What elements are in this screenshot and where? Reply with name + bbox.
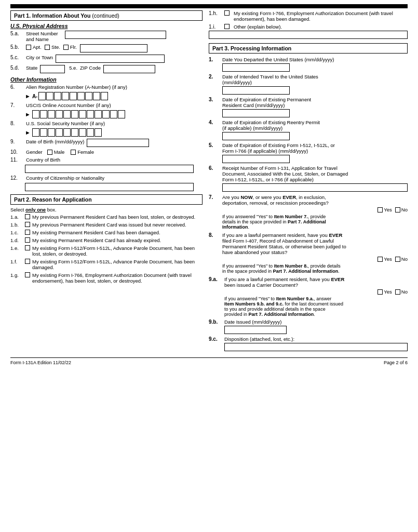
uscis-box-4[interactable] bbox=[56, 110, 63, 118]
female-checkbox[interactable] bbox=[71, 150, 76, 155]
alien-boxes bbox=[38, 92, 108, 100]
alien-box-5[interactable] bbox=[70, 92, 77, 100]
label-8: U.S. Social Security Number (if any) bbox=[26, 121, 201, 126]
reason-1g: 1.g. My existing Form I-766, Employment … bbox=[10, 272, 203, 284]
ssn-box-7[interactable] bbox=[79, 128, 86, 137]
ste-label: Ste. bbox=[51, 44, 60, 50]
yes-label-8: Yes bbox=[377, 256, 392, 262]
uscis-box-6[interactable] bbox=[71, 110, 78, 118]
no-label-7: No bbox=[395, 207, 408, 212]
page: Part 1. Information About You (continued… bbox=[0, 0, 418, 532]
input-part3-3[interactable] bbox=[222, 109, 290, 117]
uscis-box-1[interactable] bbox=[32, 110, 39, 118]
part3-header: Part 3. Processing Information bbox=[209, 43, 408, 54]
reason-1e-checkbox[interactable] bbox=[25, 245, 30, 250]
ssn-box-2[interactable] bbox=[40, 128, 47, 137]
input-5b[interactable] bbox=[80, 44, 147, 52]
part3-title: Part 3. Processing Information bbox=[212, 45, 291, 51]
part3-item-5: 5. Date of Expiration of Existing Form I… bbox=[209, 142, 408, 163]
reason-1b-checkbox[interactable] bbox=[25, 222, 30, 227]
yesno-8: Yes No bbox=[222, 256, 408, 262]
yes-checkbox-7[interactable] bbox=[377, 207, 383, 212]
part3-item-4-text: Date of Expiration of Existing Reentry P… bbox=[222, 119, 408, 131]
input-11[interactable] bbox=[25, 165, 194, 173]
alien-box-4[interactable] bbox=[62, 92, 69, 100]
ssn-box-6[interactable] bbox=[71, 128, 78, 137]
input-1i[interactable] bbox=[209, 31, 408, 39]
ste-checkbox[interactable] bbox=[45, 45, 50, 50]
input-12[interactable] bbox=[25, 183, 194, 191]
field-10: 10. Gender Male Female bbox=[10, 149, 203, 155]
ssn-box-1[interactable] bbox=[32, 128, 39, 137]
part3-item-7: 7. Are you NOW, or were you EVER, in exc… bbox=[209, 194, 408, 230]
input-9[interactable] bbox=[87, 139, 149, 147]
part3-item-3: 3. Date of Expiration of Existing Perman… bbox=[209, 97, 408, 117]
input-5d[interactable] bbox=[40, 65, 65, 73]
ssn-box-9[interactable] bbox=[95, 128, 102, 137]
part3-item-9c: 9.c. Disposition (attached, lost, etc.): bbox=[209, 336, 408, 351]
no-checkbox-9a[interactable] bbox=[395, 289, 400, 295]
male-checkbox[interactable] bbox=[47, 150, 52, 155]
input-5c[interactable] bbox=[56, 55, 165, 63]
uscis-box-8[interactable] bbox=[87, 110, 94, 118]
alien-box-6[interactable] bbox=[77, 92, 85, 100]
input-part3-6[interactable] bbox=[222, 183, 408, 192]
arrow-icon-8: ► bbox=[25, 129, 31, 136]
reason-1c-checkbox[interactable] bbox=[25, 230, 30, 235]
input-part3-4[interactable] bbox=[222, 132, 290, 140]
input-part3-2[interactable] bbox=[222, 86, 290, 95]
ssn-box-3[interactable] bbox=[48, 128, 55, 137]
reason-1d-checkbox[interactable] bbox=[25, 237, 30, 243]
input-5e[interactable] bbox=[103, 65, 155, 73]
label-5e: ZIP Code bbox=[80, 65, 101, 71]
ssn-box-8[interactable] bbox=[87, 128, 94, 137]
reason-1f-text: My existing Form I-512/Form I-512L, Adva… bbox=[32, 259, 203, 270]
alien-box-9[interactable] bbox=[101, 92, 108, 100]
alien-box-2[interactable] bbox=[46, 92, 53, 100]
reason-1a-checkbox[interactable] bbox=[25, 214, 30, 219]
uscis-box-9[interactable] bbox=[95, 110, 102, 118]
alien-box-7[interactable] bbox=[85, 92, 92, 100]
uscis-box-5[interactable] bbox=[63, 110, 71, 118]
part3-item-9b-text: Date Issued (mm/dd/yyyy) bbox=[224, 319, 408, 325]
ssn-box-5[interactable] bbox=[63, 128, 71, 137]
reason-1c-text: My existing Permanent Resident Card has … bbox=[32, 230, 160, 235]
uscis-box-11[interactable] bbox=[110, 110, 117, 118]
field-5b: 5.b. Apt. Ste. Flr. bbox=[10, 44, 203, 52]
input-5a[interactable] bbox=[65, 31, 166, 39]
uscis-box-10[interactable] bbox=[102, 110, 110, 118]
reason-1b-text: My previous Permanent Resident Card was … bbox=[32, 222, 186, 228]
alien-box-3[interactable] bbox=[54, 92, 61, 100]
apt-checkbox[interactable] bbox=[26, 45, 31, 50]
reason-1g-checkbox[interactable] bbox=[25, 272, 30, 277]
alien-box-8[interactable] bbox=[93, 92, 100, 100]
input-part3-9b[interactable] bbox=[224, 326, 287, 334]
label-12: Country of Citizenship or Nationality bbox=[26, 175, 104, 181]
left-column: Part 1. Information About You (continued… bbox=[10, 10, 203, 353]
no-label-9a: No bbox=[395, 289, 408, 295]
part3-item-8-text: If you are a lawful permanent resident, … bbox=[222, 232, 408, 255]
uscis-box-2[interactable] bbox=[40, 110, 47, 118]
field-12: 12. Country of Citizenship or Nationalit… bbox=[10, 175, 203, 181]
no-checkbox-8[interactable] bbox=[395, 257, 400, 262]
field-5a: 5.a. Street Numberand Name bbox=[10, 31, 203, 42]
reason-1f-checkbox[interactable] bbox=[25, 259, 30, 264]
flr-checkbox[interactable] bbox=[63, 45, 69, 50]
uscis-box-3[interactable] bbox=[48, 110, 55, 118]
uscis-box-7[interactable] bbox=[79, 110, 86, 118]
input-part3-1[interactable] bbox=[222, 63, 290, 72]
input-part3-9c[interactable] bbox=[224, 343, 408, 351]
ssn-box-4[interactable] bbox=[56, 128, 63, 137]
reason-1h-checkbox[interactable] bbox=[224, 10, 230, 16]
part3-item-4: 4. Date of Expiration of Existing Reentr… bbox=[209, 119, 408, 140]
uscis-box-12[interactable] bbox=[118, 110, 125, 118]
yes-checkbox-9a[interactable] bbox=[377, 289, 383, 295]
reason-1a: 1.a. My previous Permanent Resident Card… bbox=[10, 214, 203, 220]
no-checkbox-7[interactable] bbox=[395, 207, 400, 212]
alien-box-1[interactable] bbox=[38, 92, 46, 100]
reason-1i-checkbox[interactable] bbox=[224, 24, 230, 29]
input-part3-5[interactable] bbox=[222, 155, 290, 163]
yes-checkbox-8[interactable] bbox=[377, 257, 383, 262]
label-5c-num: 5.c. bbox=[10, 55, 25, 60]
reason-1g-text: My existing Form I-766, Employment Autho… bbox=[32, 272, 203, 284]
